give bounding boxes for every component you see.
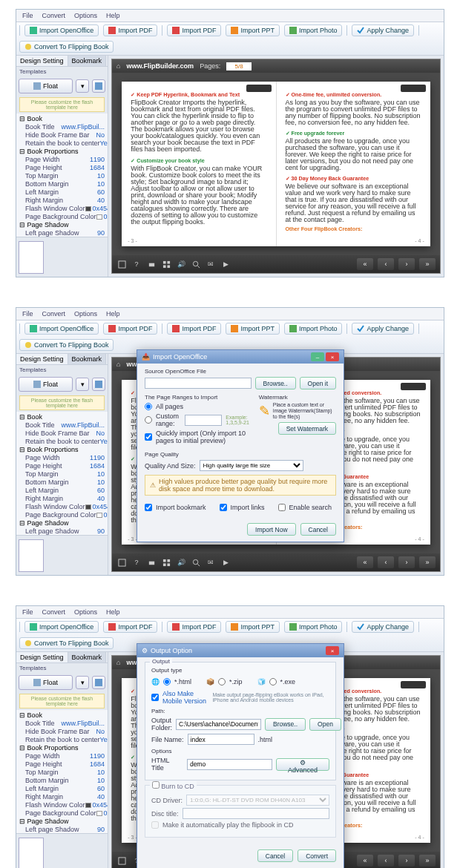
tab-design-setting[interactable]: Design Setting xyxy=(16,56,68,66)
minimize-button[interactable]: – xyxy=(311,352,324,361)
menu-file[interactable]: File xyxy=(22,12,33,19)
share-icon[interactable]: ✉ xyxy=(206,557,216,568)
template-dropdown-button[interactable]: ▾ xyxy=(76,378,89,391)
tab-bookmark[interactable]: Bookmark xyxy=(68,56,107,66)
nav-first-button[interactable]: « xyxy=(357,258,373,270)
cancel-button[interactable]: Cancel xyxy=(257,849,293,862)
float-template-button[interactable]: Float xyxy=(19,79,73,93)
custom-range-input[interactable] xyxy=(185,415,222,426)
nav-first-button[interactable]: « xyxy=(357,556,373,568)
convert-flipbook-button[interactable]: Convert To Flipping Book xyxy=(19,637,114,649)
page-thumbnail[interactable] xyxy=(19,241,44,274)
open-button[interactable]: Open it xyxy=(300,377,336,389)
import-pdf-button[interactable]: Import PDF xyxy=(103,323,157,335)
thumbnails-icon[interactable] xyxy=(161,557,171,568)
import-openoffice-button[interactable]: Import OpenOffice xyxy=(24,621,99,633)
burn-cd-check[interactable] xyxy=(152,781,160,789)
page-thumbnail[interactable] xyxy=(19,539,44,572)
nav-first-button[interactable]: « xyxy=(357,855,373,867)
output-folder-input[interactable] xyxy=(176,719,261,730)
nav-prev-button[interactable]: ‹ xyxy=(378,258,394,270)
zoom-icon[interactable] xyxy=(191,259,201,269)
sound-icon[interactable]: 🔊 xyxy=(176,557,186,568)
mobile-version-check[interactable] xyxy=(151,694,159,701)
import-openoffice-button[interactable]: Import OpenOffice xyxy=(24,323,99,335)
import-bookmark-check[interactable] xyxy=(145,504,152,511)
apply-change-button[interactable]: Apply Change xyxy=(352,24,414,36)
menu-convert[interactable]: Convert xyxy=(42,310,66,318)
close-button[interactable]: × xyxy=(326,646,339,655)
export-pdf-button[interactable]: Import PDF xyxy=(167,24,221,36)
tab-design-setting[interactable]: Design Setting xyxy=(16,652,68,662)
html-title-input[interactable] xyxy=(187,759,272,770)
menu-help[interactable]: Help xyxy=(106,310,120,318)
output-exe-radio[interactable] xyxy=(269,678,277,685)
print-icon[interactable] xyxy=(146,557,157,568)
cancel-button[interactable]: Cancel xyxy=(300,523,336,536)
share-icon[interactable]: ✉ xyxy=(206,259,216,269)
menu-options[interactable]: Options xyxy=(74,12,97,19)
thumbnails-icon[interactable] xyxy=(161,259,171,269)
custom-range-radio[interactable] xyxy=(145,416,152,424)
nav-last-button[interactable]: » xyxy=(419,855,436,867)
nav-last-button[interactable]: » xyxy=(419,258,436,270)
template-save-button[interactable] xyxy=(92,378,105,391)
convert-flipbook-button[interactable]: Convert To Flipping Book xyxy=(19,41,114,53)
template-dropdown-button[interactable]: ▾ xyxy=(76,676,89,689)
menu-file[interactable]: File xyxy=(22,310,33,318)
fullscreen-icon[interactable] xyxy=(116,259,127,269)
convert-button[interactable]: Convert xyxy=(298,849,336,862)
import-ppt-button[interactable]: Import PPT xyxy=(226,24,280,36)
import-pdf-button[interactable]: Import PDF xyxy=(103,621,157,633)
file-name-input[interactable] xyxy=(188,734,254,745)
nav-prev-button[interactable]: ‹ xyxy=(378,556,394,568)
import-ppt-button[interactable]: Import PPT xyxy=(226,621,280,633)
import-ppt-button[interactable]: Import PPT xyxy=(226,323,280,335)
browse-button[interactable]: Browse.. xyxy=(255,377,296,389)
help-icon[interactable]: ? xyxy=(131,259,142,269)
close-button[interactable]: × xyxy=(326,352,339,361)
page-left[interactable]: ✓ Keep PDF Hyperlink, Bookmark and Text … xyxy=(122,82,276,246)
sound-icon[interactable]: 🔊 xyxy=(176,259,186,269)
home-icon[interactable]: ⌂ xyxy=(116,361,120,368)
advanced-button[interactable]: ⚙ Advanced xyxy=(276,758,329,771)
fullscreen-icon[interactable] xyxy=(116,557,127,568)
template-save-button[interactable] xyxy=(92,676,105,689)
menu-convert[interactable]: Convert xyxy=(42,608,66,616)
quality-select[interactable]: High quality large file size xyxy=(200,460,303,471)
import-now-button[interactable]: Import Now xyxy=(247,523,295,536)
print-icon[interactable] xyxy=(146,259,157,269)
all-pages-radio[interactable] xyxy=(145,403,152,410)
page-right[interactable]: ✓ One-time fee, unlimited conversion. As… xyxy=(277,82,430,246)
menu-help[interactable]: Help xyxy=(106,608,120,616)
output-html-radio[interactable] xyxy=(163,678,171,685)
autoplay-icon[interactable]: ▶ xyxy=(220,557,231,568)
output-zip-radio[interactable] xyxy=(218,678,226,685)
nav-next-button[interactable]: › xyxy=(398,855,415,867)
quick-import-check[interactable] xyxy=(145,433,152,441)
import-photo-button[interactable]: Import Photo xyxy=(284,24,343,36)
property-tree[interactable]: ⊟ BookBook Titlewww.FlipBuil...Hide Book… xyxy=(16,412,108,535)
menu-file[interactable]: File xyxy=(22,608,33,616)
apply-change-button[interactable]: Apply Change xyxy=(352,323,414,335)
autoplay-icon[interactable]: ▶ xyxy=(220,259,231,269)
tab-bookmark[interactable]: Bookmark xyxy=(68,652,107,662)
import-openoffice-button[interactable]: Import OpenOffice xyxy=(24,24,99,36)
convert-flipbook-button[interactable]: Convert To Flipping Book xyxy=(19,339,114,351)
export-pdf-button[interactable]: Import PDF xyxy=(167,621,221,633)
help-icon[interactable]: ? xyxy=(131,557,142,568)
enable-search-check[interactable] xyxy=(278,504,286,511)
tab-design-setting[interactable]: Design Setting xyxy=(16,354,68,364)
template-dropdown-button[interactable]: ▾ xyxy=(76,79,89,93)
nav-last-button[interactable]: » xyxy=(419,556,436,568)
home-icon[interactable]: ⌂ xyxy=(116,659,120,666)
browse-button[interactable]: Browse.. xyxy=(265,718,306,731)
property-tree[interactable]: ⊟ BookBook Titlewww.FlipBuil...Hide Book… xyxy=(16,114,108,237)
tab-bookmark[interactable]: Bookmark xyxy=(68,354,107,364)
export-pdf-button[interactable]: Import PDF xyxy=(167,323,221,335)
fullscreen-icon[interactable] xyxy=(116,855,127,866)
import-photo-button[interactable]: Import Photo xyxy=(284,621,343,633)
menu-help[interactable]: Help xyxy=(106,12,120,19)
apply-change-button[interactable]: Apply Change xyxy=(352,621,414,633)
nav-next-button[interactable]: › xyxy=(398,258,415,270)
